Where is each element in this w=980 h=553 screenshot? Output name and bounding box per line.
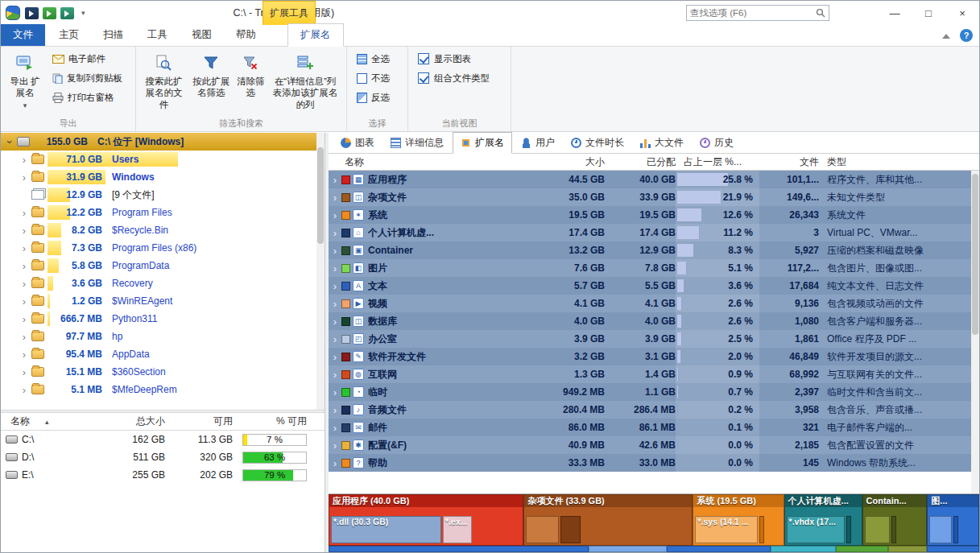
tree-item[interactable]: › 155.0 GB C:\ 位于 [Windows] xyxy=(1,133,325,151)
expand-chevron-icon[interactable]: › xyxy=(19,349,30,361)
tree-item[interactable]: › 71.0 GB Users xyxy=(1,151,325,168)
ribbon-tab[interactable]: 文件 xyxy=(1,24,45,46)
combine-file-types-checkbox[interactable]: 组合文件类型 xyxy=(418,68,490,88)
view-tab[interactable]: 大文件 xyxy=(633,133,691,153)
tree-item[interactable]: › 5.8 GB ProgramData xyxy=(1,257,325,274)
tree-item[interactable]: › 8.2 GB $Recycle.Bin xyxy=(1,221,325,239)
tree-item[interactable]: › 3.6 GB Recovery xyxy=(1,274,325,292)
show-chart-checkbox[interactable]: 显示图表 xyxy=(418,49,490,68)
extension-row[interactable]: › ✎ 软件开发文件 3.2 GB 3.1 GB 2.0 % 46,849 xyxy=(329,348,979,365)
invert-selection-button[interactable]: 反选 xyxy=(352,88,395,107)
tree-item[interactable]: 12.9 GB [9 个文件] xyxy=(1,186,325,204)
tree-item[interactable]: › 97.7 MB hp xyxy=(1,328,325,345)
treemap-child-block[interactable] xyxy=(526,516,559,543)
tree-item[interactable]: › 666.7 MB Python311 xyxy=(1,310,325,328)
expand-chevron-icon[interactable]: › xyxy=(19,171,30,184)
treemap-child-block[interactable] xyxy=(953,516,958,543)
select-all-button[interactable]: 全选 xyxy=(352,49,395,68)
extension-row[interactable]: › ◍ 互联网 1.3 GB 1.4 GB 0.9 % 68,992 与互联 xyxy=(329,365,979,383)
extension-row[interactable]: › ? 帮助 33.3 MB 33.0 MB 0.0 % 145 Windo xyxy=(329,454,979,472)
row-chevron-icon[interactable]: › xyxy=(329,386,341,398)
search-input[interactable] xyxy=(690,8,816,18)
expand-chevron-icon[interactable]: › xyxy=(19,278,30,290)
row-chevron-icon[interactable]: › xyxy=(329,316,341,328)
view-tab[interactable]: 详细信息 xyxy=(383,133,451,153)
expand-chevron-icon[interactable]: › xyxy=(19,331,30,343)
drive-row[interactable]: E:\ 255 GB 202 GB 79 % xyxy=(1,466,325,484)
tree-item[interactable]: › 12.2 GB Program Files xyxy=(1,204,325,221)
ribbon-tab[interactable]: 扫描 xyxy=(91,24,135,46)
drive-row[interactable]: C:\ 162 GB 11.3 GB 7 % xyxy=(1,431,325,448)
extensions-table-header[interactable]: 名称 大小 已分配 占上一层 %... 文件 类型 xyxy=(329,154,979,171)
row-chevron-icon[interactable]: › xyxy=(329,174,341,186)
row-chevron-icon[interactable]: › xyxy=(329,351,341,363)
tree-item[interactable]: › 5.1 MB $MfeDeepRem xyxy=(1,381,325,398)
row-chevron-icon[interactable]: › xyxy=(329,440,341,452)
ribbon-tab[interactable]: 扩展名 xyxy=(287,23,344,47)
view-tab[interactable]: 文件时长 xyxy=(564,133,631,153)
print-right-pane-button[interactable]: 打印右窗格 xyxy=(48,88,127,107)
extension-row[interactable]: › ✱ 配置(&F) 40.9 MB 42.6 MB 0.0 % 2,185 xyxy=(329,436,979,454)
expand-chevron-icon[interactable]: › xyxy=(19,295,30,307)
ribbon-tab[interactable]: 工具 xyxy=(135,24,180,46)
expand-chevron-icon[interactable]: › xyxy=(19,384,30,396)
treemap-block[interactable]: Contain... xyxy=(862,494,928,546)
close-button[interactable]: × xyxy=(945,1,979,25)
row-chevron-icon[interactable]: › xyxy=(329,227,341,239)
minimize-button[interactable]: — xyxy=(878,1,912,25)
row-chevron-icon[interactable]: › xyxy=(329,457,341,469)
expand-chevron-icon[interactable]: › xyxy=(19,242,30,254)
treemap-child-block[interactable] xyxy=(560,516,580,543)
quick-access-caret-icon[interactable]: ▾ xyxy=(81,9,85,17)
expand-chevron-icon[interactable]: › xyxy=(19,313,30,325)
table-scrollbar[interactable] xyxy=(971,171,979,493)
extension-row[interactable]: › ⌂ 个人计算机虚... 17.4 GB 17.4 GB 11.2 % 3 xyxy=(329,224,979,241)
export-extension-button[interactable]: 导出 扩展名 ▾ xyxy=(4,49,46,113)
extension-row[interactable]: › ◰ 办公室 3.9 GB 3.9 GB 2.5 % 1,861 Offi xyxy=(329,330,979,348)
extension-row[interactable]: › ▦ 应用程序 44.5 GB 40.0 GB 25.8 % 101,1... xyxy=(329,171,979,188)
tree-item[interactable]: › 7.3 GB Program Files (x86) xyxy=(1,239,325,257)
ribbon-tab[interactable]: 主页 xyxy=(47,24,91,46)
row-chevron-icon[interactable]: › xyxy=(329,192,341,204)
filter-by-extension-button[interactable]: 按此扩展名筛选 xyxy=(188,49,234,102)
row-chevron-icon[interactable]: › xyxy=(329,422,341,434)
extension-row[interactable]: › ▣ Container 13.2 GB 12.9 GB 8.3 % 5,92… xyxy=(329,241,979,259)
treemap-child-block[interactable]: *.dll (30.3 GB) xyxy=(331,516,441,543)
expand-chevron-icon[interactable]: › xyxy=(19,207,30,219)
tree-item[interactable]: › 1.2 GB $WinREAgent xyxy=(1,292,325,310)
maximize-button[interactable]: □ xyxy=(912,1,945,25)
treemap-block[interactable]: 图... xyxy=(927,494,979,546)
row-chevron-icon[interactable]: › xyxy=(329,298,341,310)
extension-row[interactable]: › ✉ 邮件 86.0 MB 86.1 MB 0.1 % 321 电子邮件客 xyxy=(329,419,979,436)
extension-row[interactable]: › ✶ 系统 19.5 GB 19.5 GB 12.6 % 26,343 系 xyxy=(329,206,979,224)
qa-export-icon[interactable] xyxy=(25,7,39,19)
ribbon-tab[interactable]: 帮助 xyxy=(224,24,268,46)
expand-chevron-icon[interactable]: › xyxy=(19,154,30,166)
clear-filter-button[interactable]: 清除筛选 xyxy=(234,49,267,102)
email-button[interactable]: 电子邮件 xyxy=(48,49,127,68)
treemap-child-block[interactable]: *.sys (14.1 ... xyxy=(695,516,757,543)
tree-item[interactable]: › 95.4 MB AppData xyxy=(1,345,325,363)
tree-item[interactable]: › 15.1 MB $360Section xyxy=(1,363,325,381)
extension-row[interactable]: › ◧ 图片 7.6 GB 7.8 GB 5.1 % 117,2... 包含 xyxy=(329,259,979,277)
row-chevron-icon[interactable]: › xyxy=(329,262,341,274)
treemap-block[interactable]: 应用程序 (40.0 GB) *.dll (30.3 GB) *.ex... xyxy=(329,494,523,546)
collapse-ribbon-icon[interactable] xyxy=(942,30,950,39)
qa-update-icon[interactable] xyxy=(60,7,74,19)
view-tab[interactable]: 图表 xyxy=(333,133,382,153)
drive-row[interactable]: D:\ 511 GB 320 GB 63 % xyxy=(1,448,325,466)
ribbon-tab[interactable]: 视图 xyxy=(180,24,224,46)
row-chevron-icon[interactable]: › xyxy=(329,245,341,257)
treemap-block[interactable]: 系统 (19.5 GB) *.sys (14.1 ... xyxy=(693,494,784,546)
contextual-tab-extension-tools[interactable]: 扩展工具 xyxy=(263,1,316,25)
view-tab[interactable]: 历史 xyxy=(693,133,741,153)
tree-item[interactable]: › 31.9 GB Windows xyxy=(1,168,325,186)
search-box[interactable] xyxy=(686,5,829,21)
treemap-child-block[interactable] xyxy=(759,516,764,543)
extension-row[interactable]: › A 文本 5.7 GB 5.5 GB 3.6 % 17,684 纯文本文 xyxy=(329,277,979,295)
row-chevron-icon[interactable]: › xyxy=(329,333,341,345)
extension-row[interactable]: › ♪ 音频文件 280.4 MB 286.4 MB 0.2 % 3,958 xyxy=(329,401,979,419)
treemap-child-block[interactable] xyxy=(929,516,952,543)
select-none-button[interactable]: 不选 xyxy=(352,68,395,88)
search-extension-files-button[interactable]: 搜索此扩展名的文件 xyxy=(139,49,188,113)
